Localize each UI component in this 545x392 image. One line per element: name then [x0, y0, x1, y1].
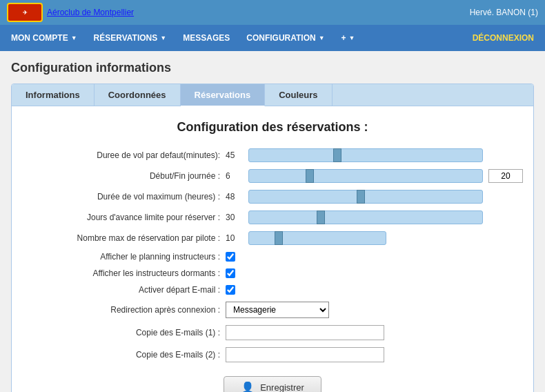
section-title: Configuration des réservations : [32, 120, 513, 135]
instructeurs-dormants-control [226, 268, 513, 278]
tab-informations[interactable]: Informations [12, 84, 95, 106]
chevron-down-icon: ▼ [319, 35, 325, 41]
debut-fin-slider-container [248, 169, 483, 183]
chevron-down-icon: ▼ [349, 35, 355, 41]
tab-reservations[interactable]: Réservations [181, 84, 266, 106]
duree-max-slider[interactable] [248, 190, 483, 204]
field-redirection: Redirection après connexion : Messagerie… [32, 302, 513, 318]
page-title: Configuration informations [11, 61, 534, 75]
save-label: Enregistrer [260, 382, 304, 392]
chevron-down-icon: ▼ [71, 35, 77, 41]
nb-max-label: Nombre max de réservation par pilote : [32, 233, 226, 243]
copie2-control [226, 347, 513, 362]
logo-area: ✈ Aéroclub de Montpellier [7, 3, 134, 22]
save-button[interactable]: 👤 Enregistrer [224, 376, 321, 392]
chevron-down-icon: ▼ [160, 35, 166, 41]
copie1-control [226, 325, 513, 340]
debut-value: 6 [226, 171, 243, 181]
duree-vol-slider[interactable] [248, 148, 483, 162]
field-duree-max: Durée de vol maximum (heures) : 48 [32, 190, 513, 204]
activer-depart-control [226, 285, 513, 295]
redirection-control: Messagerie Planning Accueil [226, 302, 513, 318]
field-instructeurs-dormants: Afficher les instructeurs dormants : [32, 268, 513, 278]
nav-item-configuration[interactable]: CONFIGURATION ▼ [238, 25, 333, 51]
activer-depart-checkbox[interactable] [226, 285, 235, 295]
planning-checkbox[interactable] [226, 252, 235, 262]
field-nb-max: Nombre max de réservation par pilote : 1… [32, 231, 513, 245]
save-row: 👤 Enregistrer [32, 376, 513, 392]
field-planning: Afficher le planning instructeurs : [32, 252, 513, 262]
copie1-label: Copie des E-mails (1) : [32, 328, 226, 337]
nav-item-mon-compte[interactable]: MON COMPTE ▼ [3, 25, 86, 51]
copie1-input[interactable] [226, 325, 384, 340]
instructeurs-dormants-checkbox[interactable] [226, 268, 235, 278]
save-icon: 👤 [241, 381, 255, 392]
planning-control [226, 252, 513, 262]
redirection-label: Redirection après connexion : [32, 305, 226, 315]
activer-depart-label: Activer départ E-mail : [32, 285, 226, 295]
nb-max-control: 10 [226, 231, 513, 245]
copie2-input[interactable] [226, 347, 384, 362]
debut-fin-slider[interactable] [248, 169, 483, 183]
debut-fin-control: 6 [226, 169, 523, 183]
planning-label: Afficher le planning instructeurs : [32, 252, 226, 262]
field-duree-vol: Duree de vol par defaut(minutes): 45 [32, 148, 513, 162]
debut-fin-label: Début/Fin journée : [32, 171, 226, 181]
tab-coordonnees[interactable]: Coordonnées [95, 84, 181, 106]
deconnexion-button[interactable]: DÉCONNEXION [464, 33, 542, 43]
tab-couleurs[interactable]: Couleurs [265, 84, 332, 106]
duree-vol-control: 45 [226, 148, 513, 162]
nb-max-value: 10 [226, 233, 243, 243]
field-activer-depart: Activer départ E-mail : [32, 285, 513, 295]
jours-avance-control: 30 [226, 210, 513, 224]
top-header: ✈ Aéroclub de Montpellier Hervé. BANON (… [0, 0, 545, 25]
page-content: Configuration informations Informations … [0, 51, 545, 392]
duree-max-label: Durée de vol maximum (heures) : [32, 192, 226, 202]
duree-max-control: 48 [226, 190, 513, 204]
fin-value-input[interactable] [488, 169, 523, 183]
user-info: Hervé. BANON (1) [470, 8, 538, 17]
field-copie2: Copie des E-mails (2) : [32, 347, 513, 362]
navbar: MON COMPTE ▼ RÉSERVATIONS ▼ MESSAGES CON… [0, 25, 545, 51]
logo-icon: ✈ [7, 3, 43, 22]
duree-vol-slider-container [248, 148, 513, 162]
jours-avance-slider[interactable] [248, 210, 483, 224]
jours-avance-value: 30 [226, 213, 243, 222]
duree-max-value: 48 [226, 192, 243, 202]
nb-max-slider[interactable] [248, 231, 386, 245]
tabs-container: Informations Coordonnées Réservations Co… [11, 84, 534, 392]
site-link[interactable]: Aéroclub de Montpellier [47, 8, 134, 17]
jours-avance-slider-container [248, 210, 513, 224]
copie2-label: Copie des E-mails (2) : [32, 350, 226, 360]
field-jours-avance: Jours d'avance limite pour réserver : 30 [32, 210, 513, 224]
field-copie1: Copie des E-mails (1) : [32, 325, 513, 340]
nav-item-plus[interactable]: + ▼ [333, 25, 364, 51]
duree-vol-label: Duree de vol par defaut(minutes): [32, 150, 226, 160]
instructeurs-dormants-label: Afficher les instructeurs dormants : [32, 268, 226, 278]
tabs-header: Informations Coordonnées Réservations Co… [12, 84, 533, 106]
duree-max-slider-container [248, 190, 513, 204]
tab-content-reservations: Configuration des réservations : Duree d… [12, 106, 533, 392]
nb-max-slider-container [248, 231, 513, 245]
nav-item-messages[interactable]: MESSAGES [175, 25, 238, 51]
redirection-select[interactable]: Messagerie Planning Accueil [226, 302, 329, 318]
nav-item-reservations[interactable]: RÉSERVATIONS ▼ [86, 25, 175, 51]
duree-vol-value: 45 [226, 150, 243, 160]
field-debut-fin: Début/Fin journée : 6 [32, 169, 513, 183]
jours-avance-label: Jours d'avance limite pour réserver : [32, 213, 226, 222]
